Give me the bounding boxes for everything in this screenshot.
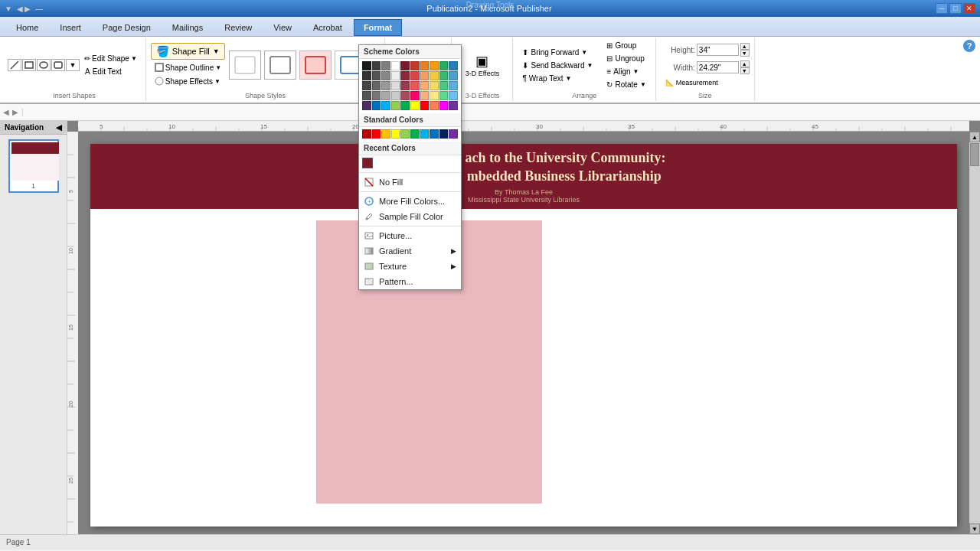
scheme-swatch[interactable] — [420, 71, 430, 80]
scheme-swatch[interactable] — [400, 101, 410, 110]
shape-outline-btn[interactable]: Shape Outline▼ — [151, 61, 225, 73]
scheme-swatch[interactable] — [391, 101, 400, 110]
scheme-swatch[interactable] — [439, 71, 449, 80]
ellipse-tool[interactable] — [37, 59, 51, 71]
edit-text-btn[interactable]: A Edit Text — [80, 65, 141, 78]
tab-home[interactable]: Home — [6, 19, 48, 36]
scheme-swatch[interactable] — [391, 91, 400, 100]
scheme-swatch[interactable] — [439, 61, 449, 70]
std-swatch-orange[interactable] — [381, 129, 390, 139]
scheme-swatch[interactable] — [449, 81, 458, 90]
group-btn[interactable]: ⊞ Group — [602, 40, 650, 51]
scheme-swatch[interactable] — [430, 61, 439, 70]
nav-collapse-btn[interactable]: ◀ — [56, 123, 62, 132]
rect-tool[interactable] — [22, 59, 36, 71]
scheme-swatch[interactable] — [410, 71, 420, 80]
no-fill-item[interactable]: No Fill — [359, 174, 461, 190]
scheme-swatch[interactable] — [372, 101, 381, 110]
scrollbar-vertical[interactable]: ▲ ▼ — [969, 132, 980, 534]
scheme-swatch[interactable] — [381, 81, 390, 90]
back-btn[interactable]: ◀ — [3, 108, 9, 116]
std-swatch-green[interactable] — [410, 129, 420, 139]
scheme-swatch[interactable] — [362, 61, 371, 70]
nav-page-thumb[interactable]: 1 — [8, 139, 59, 193]
minimize-button[interactable]: ─ — [936, 3, 948, 14]
scheme-swatch[interactable] — [420, 61, 430, 70]
tab-format[interactable]: Format — [354, 19, 402, 36]
width-input[interactable] — [697, 61, 739, 73]
scheme-swatch[interactable] — [430, 81, 439, 90]
swatch-red[interactable] — [299, 51, 332, 80]
tab-review[interactable]: Review — [214, 19, 262, 36]
scheme-swatch[interactable] — [439, 101, 449, 110]
pattern-item[interactable]: Pattern... — [359, 274, 461, 289]
restore-button[interactable]: □ — [949, 3, 962, 14]
shape-fill-btn[interactable]: 🪣 Shape Fill ▼ — [151, 43, 225, 60]
ungroup-btn[interactable]: ⊟ Ungroup — [602, 53, 650, 64]
3d-effects-btn[interactable]: ▣ 3-D Effects — [461, 50, 504, 80]
scheme-swatch[interactable] — [449, 91, 458, 100]
scheme-swatch[interactable] — [410, 81, 420, 90]
std-swatch-red[interactable] — [372, 129, 381, 139]
scheme-swatch[interactable] — [372, 81, 381, 90]
picture-item[interactable]: Picture... — [359, 228, 461, 243]
scheme-swatch[interactable] — [391, 81, 400, 90]
tab-view[interactable]: View — [263, 19, 302, 36]
scheme-swatch[interactable] — [372, 71, 381, 80]
recent-color-swatch[interactable] — [362, 158, 373, 168]
tab-page-design[interactable]: Page Design — [93, 19, 161, 36]
scheme-swatch[interactable] — [372, 61, 381, 70]
fwd-btn[interactable]: ▶ — [12, 108, 18, 116]
gradient-item[interactable]: Gradient ▶ — [359, 243, 461, 259]
scheme-swatch[interactable] — [362, 71, 371, 80]
scheme-swatch[interactable] — [391, 61, 400, 70]
scheme-swatch[interactable] — [381, 71, 390, 80]
send-backward-btn[interactable]: ⬇ Send Backward ▼ — [518, 60, 597, 71]
scheme-swatch[interactable] — [400, 71, 410, 80]
std-swatch-light-blue[interactable] — [420, 129, 430, 139]
scheme-swatch[interactable] — [449, 71, 458, 80]
sample-fill-color-item[interactable]: Sample Fill Color — [359, 209, 461, 224]
wrap-text-btn[interactable]: ¶ Wrap Text ▼ — [518, 73, 576, 84]
scheme-swatch[interactable] — [449, 101, 458, 110]
tab-mailings[interactable]: Mailings — [162, 19, 213, 36]
scheme-swatch[interactable] — [420, 81, 430, 90]
measurement-btn[interactable]: 📐 Measurement — [661, 77, 723, 88]
height-spin[interactable]: ▲▼ — [740, 43, 750, 57]
scheme-swatch[interactable] — [381, 101, 390, 110]
more-fill-colors-item[interactable]: + More Fill Colors... — [359, 194, 461, 209]
scheme-swatch[interactable] — [372, 91, 381, 100]
bring-forward-btn[interactable]: ⬆ Bring Forward ▼ — [518, 47, 597, 58]
scheme-swatch[interactable] — [381, 61, 390, 70]
scroll-down-btn[interactable]: ▼ — [969, 523, 980, 534]
scheme-swatch[interactable] — [430, 71, 439, 80]
scroll-thumb[interactable] — [970, 143, 979, 166]
scheme-swatch[interactable] — [410, 61, 420, 70]
height-input[interactable] — [697, 44, 739, 56]
scroll-up-btn[interactable]: ▲ — [969, 132, 980, 142]
std-swatch-dark-blue[interactable] — [439, 129, 449, 139]
std-swatch-light-green[interactable] — [400, 129, 410, 139]
scheme-swatch[interactable] — [362, 91, 371, 100]
swatch-outline-1[interactable] — [264, 51, 296, 80]
rounded-rect-tool[interactable] — [51, 59, 65, 71]
shape-effects-btn[interactable]: Shape Effects▼ — [151, 75, 224, 87]
scheme-swatch[interactable] — [449, 61, 458, 70]
scheme-swatch[interactable] — [362, 81, 371, 90]
std-swatch-dark-red[interactable] — [362, 129, 371, 139]
texture-item[interactable]: Texture ▶ — [359, 259, 461, 274]
rotate-btn[interactable]: ↻ Rotate ▼ — [602, 79, 650, 90]
scheme-swatch[interactable] — [420, 91, 430, 100]
std-swatch-yellow[interactable] — [391, 129, 400, 139]
scheme-swatch[interactable] — [400, 81, 410, 90]
swatch-white[interactable] — [229, 51, 261, 80]
align-btn[interactable]: ≡ Align ▼ — [602, 66, 650, 77]
width-spin[interactable]: ▲▼ — [740, 60, 750, 74]
edit-shape-btn[interactable]: ✏ Edit Shape ▼ — [80, 53, 141, 64]
scheme-swatch[interactable] — [420, 101, 430, 110]
scheme-swatch[interactable] — [400, 91, 410, 100]
more-shapes-btn[interactable]: ▼ — [66, 59, 80, 71]
close-button[interactable]: ✕ — [963, 3, 975, 14]
scheme-swatch[interactable] — [439, 81, 449, 90]
scheme-swatch[interactable] — [410, 91, 420, 100]
